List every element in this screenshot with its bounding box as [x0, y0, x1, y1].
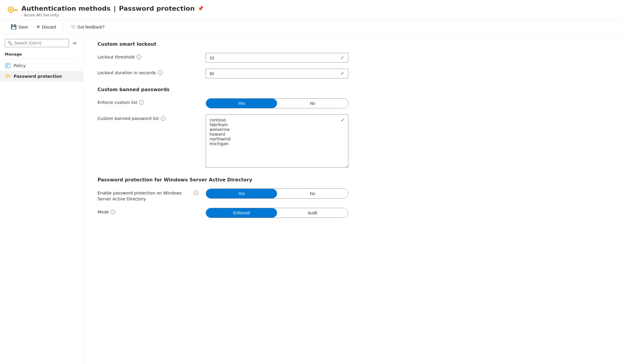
lockout-threshold-input-wrapper: 10 ✓: [206, 53, 348, 63]
enable-protection-info-icon[interactable]: i: [194, 190, 199, 195]
lockout-duration-info-icon[interactable]: i: [158, 70, 163, 75]
key-icon: [7, 6, 18, 17]
lockout-threshold-info-icon[interactable]: i: [136, 55, 141, 59]
banned-list-info-icon[interactable]: i: [161, 116, 166, 121]
toolbar-divider: [63, 23, 63, 31]
section2-separator: Custom banned passwords: [97, 87, 609, 92]
enable-protection-control: Yes No: [206, 189, 348, 199]
svg-point-10: [7, 75, 8, 77]
enable-protection-row: Enable password protection on Windows Se…: [97, 189, 609, 202]
header-text: Authentication methods | Password protec…: [21, 5, 204, 17]
title-part1: Authentication methods: [21, 5, 111, 12]
banned-password-list-label: Custom banned password list i: [97, 114, 199, 121]
enforce-custom-list-row: Enforce custom list i Yes No: [97, 98, 609, 108]
page-title: Authentication methods | Password protec…: [21, 5, 204, 12]
lockout-threshold-row: Lockout threshold i 10 ✓: [97, 53, 609, 63]
banned-list-check-icon: ✓: [341, 117, 345, 123]
banned-password-list-control: contoso fabrikam wolverine howard northw…: [206, 114, 348, 169]
discard-button[interactable]: ✕ Discard: [33, 22, 59, 31]
enforce-custom-list-info-icon[interactable]: i: [139, 100, 144, 105]
sidebar-item-password-protection[interactable]: Password protection: [0, 71, 83, 82]
enforce-yes-button[interactable]: Yes: [206, 99, 277, 108]
section1-title: Custom smart lockout: [97, 41, 609, 47]
enable-protection-toggle: Yes No: [206, 189, 348, 199]
sidebar: 🔍 ≪ Manage Policy: [0, 34, 83, 364]
save-label: Save: [18, 25, 28, 29]
mode-audit-button[interactable]: Audit: [277, 208, 348, 218]
mode-control: Enforced Audit: [206, 208, 348, 218]
mode-label: Mode i: [97, 208, 199, 214]
section2-title: Custom banned passwords: [97, 87, 609, 92]
policy-icon: [5, 63, 11, 69]
banned-password-list-textarea[interactable]: contoso fabrikam wolverine howard northw…: [206, 114, 348, 168]
lockout-duration-row: Lockout duration in seconds i 60 ✓: [97, 69, 609, 78]
password-protection-icon: [5, 73, 11, 79]
lockout-duration-label: Lockout duration in seconds i: [97, 69, 199, 75]
banned-list-textarea-wrapper: contoso fabrikam wolverine howard northw…: [206, 114, 348, 169]
main-layout: 🔍 ≪ Manage Policy: [0, 34, 623, 364]
svg-rect-7: [6, 65, 8, 66]
svg-point-1: [10, 8, 12, 11]
enable-yes-button[interactable]: Yes: [206, 189, 277, 198]
enable-no-button[interactable]: No: [277, 189, 348, 198]
section3-separator: Password protection for Windows Server A…: [97, 177, 609, 183]
discard-label: Discard: [42, 25, 56, 29]
section3-title: Password protection for Windows Server A…: [97, 177, 609, 183]
svg-rect-11: [8, 75, 11, 76]
svg-rect-6: [6, 64, 9, 65]
svg-rect-2: [13, 9, 18, 10]
enable-protection-label: Enable password protection on Windows Se…: [97, 189, 199, 202]
header-subtitle: - Azure AD Security: [21, 13, 204, 17]
mode-toggle: Enforced Audit: [206, 208, 348, 218]
toolbar: 💾 Save ✕ Discard 🤍 Got feedback?: [0, 20, 623, 34]
discard-icon: ✕: [36, 24, 40, 30]
svg-rect-3: [16, 10, 17, 12]
svg-rect-13: [9, 76, 10, 77]
mode-enforced-button[interactable]: Enforced: [206, 208, 277, 218]
pin-icon[interactable]: 📌: [198, 6, 204, 11]
mode-row: Mode i Enforced Audit: [97, 208, 609, 218]
lockout-threshold-input[interactable]: 10: [210, 56, 341, 60]
lockout-duration-check-icon: ✓: [341, 71, 344, 76]
search-input[interactable]: [14, 41, 66, 45]
sidebar-divider: [5, 59, 78, 59]
svg-rect-4: [15, 10, 15, 11]
title-separator: |: [114, 5, 116, 12]
title-part2: Password protection: [119, 5, 195, 12]
enforce-no-button[interactable]: No: [277, 99, 348, 108]
sidebar-manage-label: Manage: [0, 50, 83, 58]
lockout-threshold-label: Lockout threshold i: [97, 53, 199, 59]
sidebar-item-policy[interactable]: Policy: [0, 60, 83, 71]
save-button[interactable]: 💾 Save: [7, 22, 32, 31]
collapse-sidebar-button[interactable]: ≪: [71, 39, 78, 47]
page-header: Authentication methods | Password protec…: [0, 0, 623, 20]
lockout-duration-input[interactable]: 60: [210, 71, 341, 76]
enforce-custom-list-label: Enforce custom list i: [97, 98, 199, 105]
search-box[interactable]: 🔍: [5, 39, 69, 47]
lockout-duration-control: 60 ✓: [206, 69, 348, 78]
search-icon: 🔍: [7, 41, 12, 45]
feedback-heart-icon: 🤍: [70, 25, 75, 29]
lockout-threshold-check-icon: ✓: [341, 55, 344, 61]
enforce-custom-list-control: Yes No: [206, 98, 348, 108]
mode-info-icon[interactable]: i: [111, 210, 115, 214]
lockout-duration-input-wrapper: 60 ✓: [206, 69, 348, 78]
svg-rect-12: [10, 76, 10, 77]
banned-password-list-row: Custom banned password list i contoso fa…: [97, 114, 609, 169]
save-icon: 💾: [11, 24, 17, 30]
search-container: 🔍 ≪: [0, 37, 83, 50]
enforce-custom-list-toggle: Yes No: [206, 98, 348, 108]
feedback-label: Got feedback?: [77, 25, 104, 29]
feedback-button[interactable]: 🤍 Got feedback?: [67, 23, 108, 31]
sidebar-item-policy-label: Policy: [14, 63, 26, 68]
content-area: Custom smart lockout Lockout threshold i…: [83, 34, 623, 364]
svg-rect-8: [6, 67, 8, 67]
sidebar-item-password-label: Password protection: [14, 74, 62, 79]
lockout-threshold-control: 10 ✓: [206, 53, 348, 63]
